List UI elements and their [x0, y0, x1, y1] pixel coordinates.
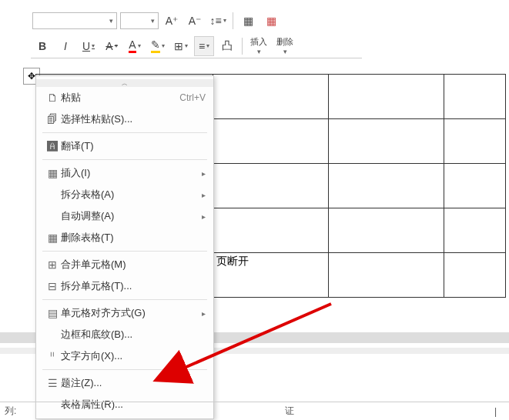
table-cell[interactable]: [444, 164, 506, 208]
menu-item-auto-fit[interactable]: 自动调整(A) ▸: [36, 205, 213, 227]
insert-table-button[interactable]: ▦: [238, 11, 258, 31]
highlight-button[interactable]: ✎: [148, 36, 168, 56]
table-cell[interactable]: [444, 119, 506, 164]
menu-item-text-direction[interactable]: ᴵᴵ 文字方向(X)...: [36, 345, 213, 367]
menu-label: 单元格对齐方式(G): [61, 306, 202, 320]
align-button[interactable]: ≡: [194, 36, 214, 56]
align-icon: ▤: [44, 307, 61, 319]
insert-dropdown[interactable]: 插入▾: [247, 36, 270, 56]
menu-separator: [42, 251, 207, 252]
border-button[interactable]: ⊞: [171, 36, 191, 56]
menu-separator: [42, 159, 207, 160]
underline-button[interactable]: U: [79, 36, 99, 56]
shrink-font-button[interactable]: A⁻: [185, 11, 205, 31]
table-cell[interactable]: [213, 208, 329, 253]
submenu-arrow-icon: ▸: [202, 212, 206, 221]
table-cell[interactable]: [213, 119, 329, 164]
table-cell[interactable]: [444, 208, 506, 253]
insert-icon: ▦: [44, 167, 61, 179]
table-cell[interactable]: [329, 164, 444, 208]
menu-item-paste-special[interactable]: 🗐 选择性粘贴(S)...: [36, 108, 213, 130]
menu-shortcut: Ctrl+V: [179, 92, 206, 103]
menu-item-insert[interactable]: ▦ 插入(I) ▸: [36, 162, 213, 184]
menu-label: 边框和底纹(B)...: [61, 328, 206, 342]
table-cell[interactable]: [213, 75, 329, 119]
delete-table-icon: ▦: [44, 232, 61, 244]
italic-button[interactable]: I: [55, 36, 75, 56]
menu-separator: [42, 132, 207, 133]
font-color-button[interactable]: A: [125, 36, 145, 56]
menu-item-caption[interactable]: ☰ 题注(Z)...: [36, 372, 213, 394]
context-menu: ︿ 🗋 粘贴 Ctrl+V 🗐 选择性粘贴(S)... 🅰 翻译(T) ▦ 插入…: [35, 75, 214, 419]
menu-label: 粘贴: [61, 91, 179, 105]
status-col-label: 列:: [5, 405, 16, 418]
menu-label: 拆分表格(A): [61, 188, 202, 202]
status-bar: 列: 证 |: [0, 402, 509, 420]
table-cell[interactable]: [213, 164, 329, 208]
menu-collapse-up[interactable]: ︿: [36, 79, 213, 87]
menu-item-delete-table[interactable]: ▦ 删除表格(T): [36, 227, 213, 248]
table-cell[interactable]: [329, 75, 444, 119]
delete-table-button[interactable]: ▦: [261, 11, 281, 31]
submenu-arrow-icon: ▸: [202, 191, 206, 199]
menu-separator: [42, 369, 207, 370]
menu-item-split-cells[interactable]: ⊟ 拆分单元格(T)...: [36, 275, 213, 297]
table-cell[interactable]: 页断开: [213, 253, 329, 298]
line-spacing-button[interactable]: ↕≡: [208, 11, 228, 31]
menu-item-cell-align[interactable]: ▤ 单元格对齐方式(G) ▸: [36, 302, 213, 324]
menu-item-paste[interactable]: 🗋 粘贴 Ctrl+V: [36, 87, 213, 108]
menu-label: 题注(Z)...: [61, 376, 206, 390]
menu-label: 文字方向(X)...: [61, 349, 206, 363]
menu-label: 翻译(T): [61, 139, 206, 153]
table-cell[interactable]: [329, 253, 444, 298]
menu-label: 合并单元格(M): [61, 258, 206, 272]
menu-item-split-table[interactable]: 拆分表格(A) ▸: [36, 184, 213, 205]
menu-item-borders[interactable]: 边框和底纹(B)...: [36, 324, 213, 345]
table-cell[interactable]: [329, 119, 444, 164]
status-verify: 证: [285, 405, 294, 418]
font-size-select[interactable]: ▾: [120, 12, 159, 29]
menu-separator: [42, 299, 207, 300]
menu-label: 自动调整(A): [61, 209, 202, 223]
delete-dropdown[interactable]: 删除▾: [273, 36, 296, 56]
translate-icon: 🅰: [44, 140, 61, 152]
text-direction-icon: ᴵᴵ: [44, 350, 61, 362]
font-family-select[interactable]: ▾: [32, 12, 117, 29]
menu-item-translate[interactable]: 🅰 翻译(T): [36, 135, 213, 157]
paste-icon: 🗋: [44, 92, 61, 104]
indent-button[interactable]: 凸: [217, 36, 237, 56]
caption-icon: ☰: [44, 377, 61, 389]
submenu-arrow-icon: ▸: [202, 169, 206, 178]
bold-button[interactable]: B: [32, 36, 52, 56]
menu-label: 选择性粘贴(S)...: [61, 112, 206, 126]
strikethrough-button[interactable]: A: [102, 36, 122, 56]
menu-label: 插入(I): [61, 166, 202, 180]
merge-cells-icon: ⊞: [44, 258, 61, 271]
ribbon-toolbar: ▾ ▾ A⁺ A⁻ ↕≡ ▦ ▦ B I U A A ✎ ⊞ ≡ 凸 插入▾ 删…: [31, 8, 362, 58]
submenu-arrow-icon: ▸: [202, 309, 206, 318]
menu-item-merge-cells[interactable]: ⊞ 合并单元格(M): [36, 254, 213, 275]
paste-special-icon: 🗐: [44, 113, 61, 125]
menu-label: 拆分单元格(T)...: [61, 279, 206, 293]
grow-font-button[interactable]: A⁺: [162, 11, 182, 31]
split-cells-icon: ⊟: [44, 280, 61, 292]
table-cell[interactable]: [444, 253, 506, 298]
table-cell[interactable]: [444, 75, 506, 119]
table-cell[interactable]: [329, 208, 444, 253]
menu-label: 删除表格(T): [61, 231, 206, 245]
